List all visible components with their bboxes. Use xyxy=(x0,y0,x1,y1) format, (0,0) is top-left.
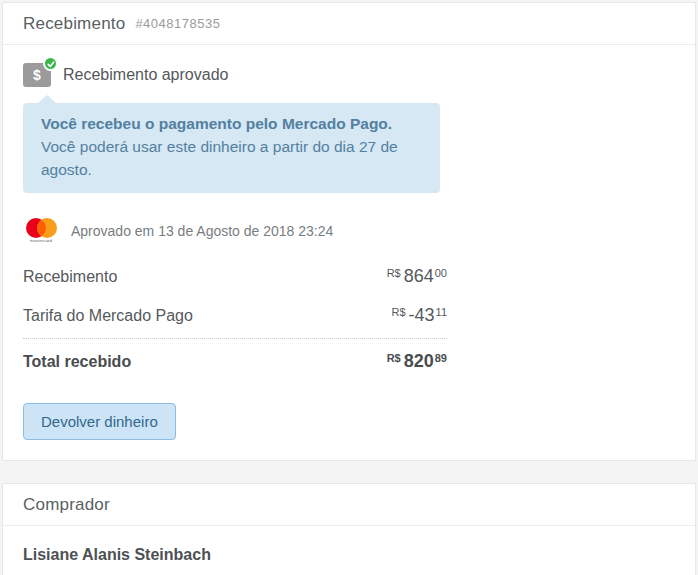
line-item-recebimento: Recebimento R$86400 xyxy=(23,257,447,296)
line-item-amount: R$86400 xyxy=(387,266,447,287)
total-label: Total recebido xyxy=(23,353,131,371)
amount-cents: 00 xyxy=(435,267,447,279)
currency-symbol: R$ xyxy=(387,267,401,279)
buyer-card: Comprador Lisiane Alanis Steinbach lisia… xyxy=(2,483,696,575)
buyer-card-body: Lisiane Alanis Steinbach lisianesteinbac… xyxy=(3,526,695,575)
receipt-id: #4048178535 xyxy=(135,16,220,31)
approved-date-text: Aprovado em 13 de Agosto de 2018 23:24 xyxy=(71,223,333,239)
status-row: $ Recebimento aprovado xyxy=(23,63,675,87)
amount-cents: 11 xyxy=(436,306,447,318)
status-label: Recebimento aprovado xyxy=(63,66,228,84)
money-icon: $ xyxy=(23,63,51,87)
amount-cents: 89 xyxy=(435,352,447,364)
amount-breakdown: Recebimento R$86400 Tarifa do Mercado Pa… xyxy=(23,257,447,381)
dollar-glyph: $ xyxy=(33,67,41,83)
amount-integer: -43 xyxy=(409,305,435,325)
refund-button[interactable]: Devolver dinheiro xyxy=(23,403,176,440)
line-item-label: Tarifa do Mercado Pago xyxy=(23,307,193,325)
line-item-tarifa: Tarifa do Mercado Pago R$-4311 xyxy=(23,296,447,339)
total-amount: R$82089 xyxy=(387,351,447,372)
tooltip-line1: Você recebeu o pagamento pelo Mercado Pa… xyxy=(41,115,392,132)
payment-method-row: mastercard Aprovado em 13 de Agosto de 2… xyxy=(23,217,675,245)
receipt-card-header: Recebimento #4048178535 xyxy=(3,3,695,45)
currency-symbol: R$ xyxy=(387,352,401,364)
status-tooltip: Você recebeu o pagamento pelo Mercado Pa… xyxy=(23,103,440,193)
total-row: Total recebido R$82089 xyxy=(23,339,447,381)
receipt-card-body: $ Recebimento aprovado Você recebeu o pa… xyxy=(3,45,695,460)
amount-integer: 864 xyxy=(404,266,434,286)
mastercard-wordmark: mastercard xyxy=(30,238,52,243)
currency-symbol: R$ xyxy=(392,306,406,318)
line-item-label: Recebimento xyxy=(23,268,117,286)
line-item-amount: R$-4311 xyxy=(392,305,448,326)
tooltip-line2: Você poderá usar este dinheiro a partir … xyxy=(41,138,398,178)
receipt-card: Recebimento #4048178535 $ Recebimento ap… xyxy=(2,2,696,461)
mastercard-icon: mastercard xyxy=(23,217,59,245)
amount-integer: 820 xyxy=(404,351,434,371)
buyer-title: Comprador xyxy=(23,495,110,515)
check-icon xyxy=(43,56,58,71)
buyer-card-header: Comprador xyxy=(3,484,695,526)
buyer-name: Lisiane Alanis Steinbach xyxy=(23,542,675,572)
receipt-title: Recebimento xyxy=(23,14,125,34)
